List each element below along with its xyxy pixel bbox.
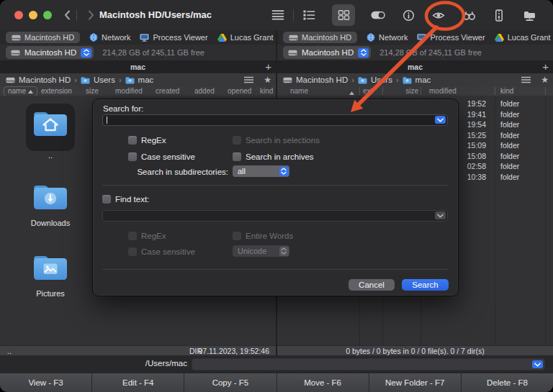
back-button[interactable] — [63, 9, 72, 21]
folder-tab-title[interactable]: mac — [277, 63, 553, 71]
find-text-checkbox[interactable] — [102, 195, 111, 204]
drive-selector[interactable]: Macintosh HD — [283, 46, 371, 59]
tab-macintosh-hd[interactable]: Macintosh HD — [283, 32, 357, 43]
archive-zipper-icon[interactable] — [492, 6, 506, 24]
list-view-icon[interactable] — [302, 6, 316, 24]
drive-icon — [283, 76, 292, 84]
tab-network[interactable]: Network — [367, 33, 408, 42]
breadcrumb-item[interactable]: mac — [415, 76, 431, 84]
window-title: Macintosh HD/Users/mac — [84, 9, 228, 20]
tab-lucas-grant[interactable]: Lucas Grant — [495, 33, 551, 42]
toolbar-separator — [293, 9, 294, 21]
cell-kind: folder — [500, 162, 519, 170]
gdrive-icon — [495, 34, 504, 42]
tab-process-viewer[interactable]: Process Viewer — [140, 33, 207, 42]
column-divider[interactable] — [495, 87, 495, 95]
command-history-button[interactable] — [532, 360, 543, 368]
toggle-icon[interactable] — [371, 6, 385, 24]
fkey-button-f8[interactable]: Delete - F8 — [462, 373, 553, 392]
dialog-separator — [102, 185, 449, 186]
file-item-label[interactable]: .. — [14, 151, 86, 160]
case-sensitive-checkbox[interactable] — [128, 152, 137, 161]
eye-icon[interactable] — [431, 6, 446, 24]
status-modified: 07.11.2023, 19:52:46 — [199, 347, 269, 355]
globe-icon — [367, 33, 375, 42]
drive-selector[interactable]: Macintosh HD — [6, 46, 94, 59]
column-header-ext[interactable]: ext — [363, 87, 372, 95]
home-folder-icon[interactable] — [32, 108, 69, 138]
column-header-created[interactable]: created — [156, 87, 179, 95]
drive-icon — [12, 34, 21, 42]
view-menu-icon[interactable] — [521, 76, 531, 83]
folder-icon — [403, 76, 412, 84]
column-divider[interactable] — [421, 87, 421, 95]
breadcrumb-left: Macintosh HD›Users›mac★ — [0, 73, 276, 86]
minimize-button[interactable] — [29, 11, 37, 19]
column-header-modified[interactable]: modified — [115, 87, 143, 95]
column-header-modified[interactable]: modified — [429, 87, 457, 95]
monitor-icon — [140, 33, 149, 42]
info-icon[interactable] — [401, 6, 415, 24]
tab-lucas-grant[interactable]: Lucas Grant — [217, 33, 274, 42]
pictures-folder-icon[interactable] — [32, 252, 69, 282]
column-header-added[interactable]: added — [194, 87, 215, 95]
column-header-opened[interactable]: opened — [228, 87, 251, 95]
file-item-label[interactable]: Pictures — [14, 289, 86, 298]
binoculars-icon[interactable] — [462, 6, 476, 24]
fkey-button-f4[interactable]: Edit - F4 — [92, 373, 184, 392]
subdirectories-label: Search in subdirectories: — [136, 168, 228, 176]
column-header-kind[interactable]: kind — [500, 87, 513, 95]
command-input[interactable] — [192, 358, 545, 370]
breadcrumb-item[interactable]: mac — [138, 76, 154, 84]
column-divider[interactable] — [382, 87, 383, 95]
search-for-input[interactable] — [102, 114, 448, 126]
file-item-label[interactable]: Downloads — [14, 219, 86, 227]
case-sensitive-label: Case sensitive — [141, 152, 195, 161]
grid-view-icon[interactable] — [332, 4, 355, 26]
fkey-button-f6[interactable]: Move - F6 — [277, 373, 369, 392]
downloads-folder-icon[interactable] — [32, 181, 69, 211]
add-tab-button[interactable]: + — [265, 60, 271, 73]
close-button[interactable] — [14, 11, 23, 19]
column-divider[interactable] — [545, 87, 546, 95]
cancel-button[interactable]: Cancel — [349, 279, 395, 291]
subdirectories-dropdown[interactable]: all — [233, 165, 289, 177]
tab-label: Lucas Grant — [508, 33, 551, 42]
tab-network[interactable]: Network — [89, 33, 130, 42]
menu-icon[interactable] — [271, 6, 285, 24]
fkey-button-f3[interactable]: View - F3 — [0, 373, 92, 392]
zoom-button[interactable] — [43, 11, 52, 19]
breadcrumb-item[interactable]: Macintosh HD — [296, 76, 348, 84]
add-tab-button[interactable]: + — [542, 60, 549, 73]
column-header-size[interactable]: size — [86, 87, 99, 95]
view-menu-icon[interactable] — [244, 76, 253, 83]
search-button[interactable]: Search — [402, 279, 449, 291]
breadcrumb-tools: ★ — [244, 73, 271, 86]
favorites-star-icon[interactable]: ★ — [264, 76, 271, 84]
breadcrumb-item[interactable]: Users — [371, 76, 392, 84]
column-header-name[interactable]: name — [4, 86, 37, 96]
tab-macintosh-hd[interactable]: Macintosh HD — [6, 32, 80, 43]
column-header-extension[interactable]: extension — [41, 87, 72, 95]
breadcrumb-item[interactable]: Users — [94, 76, 115, 84]
folder-tab-title[interactable]: mac — [0, 63, 276, 71]
breadcrumb-item[interactable]: Macintosh HD — [19, 76, 71, 84]
column-header-name[interactable]: name — [290, 87, 308, 95]
favorites-star-icon[interactable]: ★ — [541, 76, 549, 84]
regex-checkbox[interactable] — [128, 136, 137, 145]
column-header-size[interactable]: size — [398, 87, 418, 95]
fkey-button-f5[interactable]: Copy - F5 — [184, 373, 276, 392]
find-text-input[interactable] — [102, 210, 448, 222]
column-header-kind[interactable]: kind — [260, 87, 273, 95]
command-bar: /Users/mac — [0, 355, 553, 373]
column-divider[interactable] — [359, 87, 360, 95]
fkey-button-f7[interactable]: New Folder - F7 — [369, 373, 462, 392]
drive-selector-stepper-icon — [358, 48, 369, 58]
drive-selector-value: Macintosh HD — [302, 48, 354, 57]
search-in-archives-checkbox[interactable] — [233, 152, 241, 161]
dialog-separator — [102, 269, 449, 270]
tab-process-viewer[interactable]: Process Viewer — [417, 33, 485, 42]
network-share-icon[interactable] — [522, 6, 536, 24]
breadcrumb-separator: › — [74, 76, 77, 84]
search-history-button[interactable] — [435, 116, 446, 124]
